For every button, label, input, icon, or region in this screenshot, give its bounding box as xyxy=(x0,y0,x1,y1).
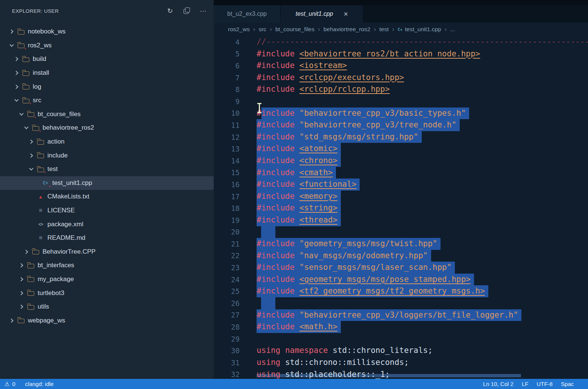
tree-item-utils[interactable]: utils xyxy=(0,300,214,314)
code-line-11[interactable]: 11#include "behaviortree_cpp_v3/tree_nod… xyxy=(214,119,588,131)
code-line-12[interactable]: 12#include "std_msgs/msg/string.hpp" xyxy=(214,131,588,143)
code-line-16[interactable]: 16#include <functional> xyxy=(214,179,588,191)
chevron-right-icon[interactable] xyxy=(19,305,23,309)
chevron-right-icon[interactable] xyxy=(24,250,28,254)
breadcrumb-item-test[interactable]: test xyxy=(379,26,389,33)
tree-item-label: ros2_ws xyxy=(28,42,52,49)
tab-test_unit1.cpp[interactable]: test_unit1.cpp× xyxy=(281,5,363,23)
code-line-31[interactable]: 31using std::chrono::milliseconds; xyxy=(214,357,588,369)
tree-item-CMakeLists.txt[interactable]: ▲CMakeLists.txt xyxy=(0,190,214,204)
status-encoding[interactable]: UTF-8 xyxy=(536,381,553,387)
code-line-22[interactable]: 22#include "nav_msgs/msg/odometry.hpp" xyxy=(214,250,588,262)
tree-item-test_unit1.cpp[interactable]: C+test_unit1.cpp xyxy=(0,176,214,190)
status-clangd-status[interactable]: clangd: idle xyxy=(25,381,54,387)
tree-item-src[interactable]: src xyxy=(0,94,214,107)
tree-item-README.md[interactable]: ≡README.md xyxy=(0,231,214,245)
code-line-13[interactable]: 13#include <atomic> xyxy=(214,143,588,155)
refresh-icon[interactable]: ↻ xyxy=(166,7,174,15)
code-line-14[interactable]: 14#include <chrono> xyxy=(214,155,588,167)
chevron-right-icon[interactable] xyxy=(19,263,23,268)
tab-bt_u2_ex3.cpp[interactable]: bt_u2_ex3.cpp xyxy=(214,5,281,23)
tree-item-webpage_ws[interactable]: webpage_ws xyxy=(0,313,214,327)
status-indentation[interactable]: Spac xyxy=(561,381,574,387)
chevron-down-icon[interactable] xyxy=(19,111,23,115)
tree-item-behaviortree_ros2[interactable]: behaviortree_ros2 xyxy=(0,121,214,135)
code-line-15[interactable]: 15#include <cmath> xyxy=(214,167,588,179)
code-line-29[interactable]: 29 xyxy=(214,333,588,345)
code-line-23[interactable]: 23#include "sensor_msgs/msg/laser_scan.h… xyxy=(214,262,588,274)
status-eol[interactable]: LF xyxy=(522,381,529,387)
chevron-right-icon[interactable] xyxy=(14,71,18,75)
folder-shape xyxy=(37,140,44,145)
line-content: #include <iostream> xyxy=(257,60,588,72)
tree-item-ros2_ws[interactable]: ros2_ws xyxy=(0,39,214,53)
code-line-25[interactable]: 25#include <tf2_geometry_msgs/tf2_geomet… xyxy=(214,285,588,297)
code-line-26[interactable]: 26 xyxy=(214,297,588,309)
chevron-right-icon[interactable] xyxy=(14,57,18,61)
tree-item-turtlebot3[interactable]: turtlebot3 xyxy=(0,286,214,300)
code-token: #include xyxy=(257,120,295,129)
tree-item-LICENSE[interactable]: ≡LICENSE xyxy=(0,204,214,218)
chevron-down-icon[interactable] xyxy=(24,125,28,129)
tree-item-action[interactable]: action xyxy=(0,135,214,149)
code-line-21[interactable]: 21#include "geometry_msgs/msg/twist.hpp" xyxy=(214,238,588,250)
tree-item-log[interactable]: log xyxy=(0,80,214,94)
status-right: Ln 10, Col 2LFUTF-8Spac xyxy=(483,381,574,387)
chevron-right-icon[interactable] xyxy=(19,291,23,295)
breadcrumb-item-bt_course_files[interactable]: bt_course_files xyxy=(275,26,315,33)
split-editor-icon[interactable] xyxy=(183,7,190,15)
tree-item-notebook_ws[interactable]: notebook_ws xyxy=(0,25,214,39)
breadcrumb-item-test_unit1.cpp[interactable]: C+test_unit1.cpp xyxy=(398,26,441,33)
tree-item-test[interactable]: test xyxy=(0,162,214,176)
code-line-30[interactable]: 30using namespace std::chrono_literals; xyxy=(214,345,588,357)
chevron-right-icon[interactable] xyxy=(14,85,18,89)
breadcrumb-item-behaviortree_ros2[interactable]: behaviortree_ros2 xyxy=(324,26,371,33)
code-line-9[interactable]: 9 xyxy=(214,95,588,107)
chevron-right-icon[interactable] xyxy=(29,153,33,157)
tree-item-install[interactable]: install xyxy=(0,66,214,80)
tree-item-package.xml[interactable]: <>package.xml xyxy=(0,217,214,231)
tree-item-include[interactable]: include xyxy=(0,148,214,162)
line-content: #include "behaviortree_cpp_v3/basic_type… xyxy=(257,107,588,120)
tree-item-bt_interfaces[interactable]: bt_interfaces xyxy=(0,259,214,272)
code-token xyxy=(295,85,299,94)
code-token xyxy=(295,203,299,212)
code-token: ; xyxy=(404,358,409,367)
breadcrumb-item-src[interactable]: src xyxy=(258,26,266,33)
code-line-27[interactable]: 27#include "behaviortree_cpp_v3/loggers/… xyxy=(214,309,588,321)
breadcrumb-item-ros2_ws[interactable]: ros2_ws xyxy=(228,26,250,33)
status-warnings[interactable]: ⚠0 xyxy=(5,381,15,387)
code-line-20[interactable]: 20 xyxy=(214,226,588,238)
tree-item-my_package[interactable]: my_package xyxy=(0,272,214,286)
code-line-8[interactable]: 8#include <rclcpp/rclcpp.hpp> xyxy=(214,83,588,95)
status-label: Ln 10, Col 2 xyxy=(483,381,514,387)
chevron-right-icon[interactable] xyxy=(9,318,13,322)
chevron-right-icon[interactable] xyxy=(29,139,33,144)
code-line-17[interactable]: 17#include <memory> xyxy=(214,191,588,203)
tree-item-build[interactable]: build xyxy=(0,52,214,66)
chevron-right-icon[interactable] xyxy=(19,277,23,281)
code-line-28[interactable]: 28#include <math.h> xyxy=(214,321,588,333)
code-line-18[interactable]: 18#include <string> xyxy=(214,202,588,214)
chevron-down-icon[interactable] xyxy=(9,42,14,47)
code-line-19[interactable]: 19#include <thread> xyxy=(214,214,588,226)
tree-item-BehaviorTree.CPP[interactable]: BehaviorTree.CPP xyxy=(0,245,214,259)
folder-shape xyxy=(37,154,44,158)
code-line-6[interactable]: 6#include <iostream> xyxy=(214,60,588,72)
status-cursor-position[interactable]: Ln 10, Col 2 xyxy=(483,381,514,387)
tree-item-bt_course_files[interactable]: bt_course_files xyxy=(0,107,214,121)
chevron-down-icon[interactable] xyxy=(14,98,18,102)
code-line-5[interactable]: 5#include <behaviortree_ros2/bt_action_n… xyxy=(214,48,588,60)
close-icon[interactable]: × xyxy=(343,10,348,18)
chevron-box xyxy=(13,83,20,90)
chevron-right-icon[interactable] xyxy=(9,30,13,34)
code-line-24[interactable]: 24#include <geometry_msgs/msg/pose_stamp… xyxy=(214,274,588,286)
folder-shape xyxy=(23,99,29,103)
code-line-4[interactable]: 4//-------------------------------------… xyxy=(214,36,588,48)
tab-label: test_unit1.cpp xyxy=(296,11,333,17)
code-line-10[interactable]: 10#include "behaviortree_cpp_v3/basic_ty… xyxy=(214,107,588,120)
breadcrumb-item-...[interactable]: ... xyxy=(450,26,455,33)
more-actions-icon[interactable]: ··· xyxy=(199,7,207,15)
code-line-7[interactable]: 7#include <rclcpp/executors.hpp> xyxy=(214,72,588,84)
chevron-down-icon[interactable] xyxy=(29,166,33,171)
